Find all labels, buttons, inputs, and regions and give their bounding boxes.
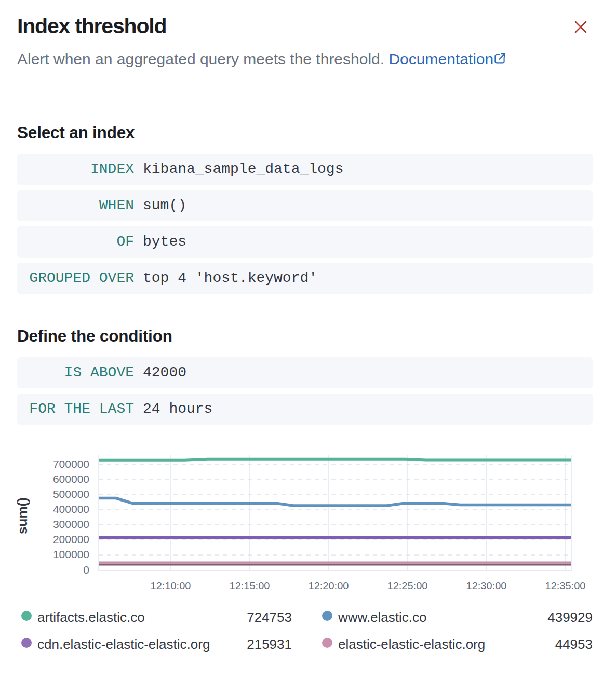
svg-text:0: 0 xyxy=(83,564,89,576)
svg-text:400000: 400000 xyxy=(53,503,89,515)
svg-text:12:35:00: 12:35:00 xyxy=(545,580,586,591)
svg-text:12:25:00: 12:25:00 xyxy=(387,580,428,591)
svg-text:12:10:00: 12:10:00 xyxy=(151,580,191,591)
svg-text:100000: 100000 xyxy=(53,548,89,560)
svg-text:600000: 600000 xyxy=(53,473,89,485)
svg-text:200000: 200000 xyxy=(53,533,89,545)
svg-text:12:15:00: 12:15:00 xyxy=(230,580,270,591)
svg-text:300000: 300000 xyxy=(53,518,89,530)
svg-text:12:20:00: 12:20:00 xyxy=(309,580,349,591)
svg-text:12:30:00: 12:30:00 xyxy=(466,580,507,591)
svg-text:500000: 500000 xyxy=(53,488,89,500)
svg-text:sum(): sum() xyxy=(15,497,30,534)
svg-text:700000: 700000 xyxy=(53,458,89,470)
